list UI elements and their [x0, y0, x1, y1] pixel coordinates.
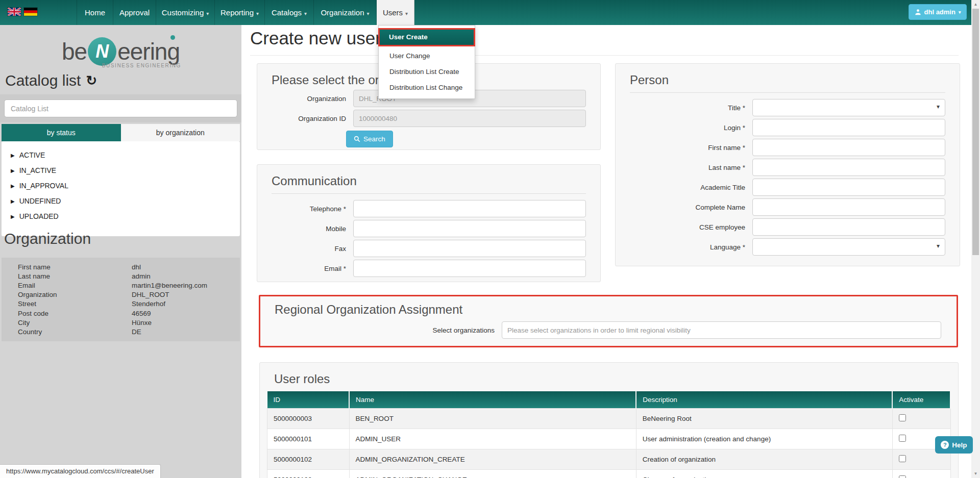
organization-id-label: Organization ID [272, 115, 353, 122]
status-item-in-approval[interactable]: ▶IN_APPROVAL [2, 178, 240, 193]
org-field-street: StreetStenderhof [2, 299, 240, 309]
nav-item-approval[interactable]: Approval [113, 0, 156, 25]
email-input[interactable] [353, 260, 586, 277]
language-switcher [8, 8, 37, 16]
german-flag-icon[interactable] [24, 8, 37, 16]
complete-name-label: Complete Name [630, 204, 752, 211]
triangle-right-icon: ▶ [11, 153, 15, 158]
role-description: Change of organization [636, 470, 892, 478]
nav-item-catalogs[interactable]: Catalogs▾ [265, 0, 314, 25]
tab-by-organization[interactable]: by organization [121, 124, 240, 141]
cse-employee-input[interactable] [752, 218, 945, 236]
chevron-down-icon: ▾ [304, 11, 307, 16]
regional-panel-title: Regional Organization Assignment [260, 296, 957, 317]
role-description: User administration (creation and change… [636, 429, 892, 449]
question-icon: ? [941, 441, 949, 449]
beneering-logo: be N eering BUSINESS ENGINEERING [0, 28, 241, 75]
main-content: Create new user Please select the organi… [241, 25, 971, 478]
tab-by-status[interactable]: by status [2, 124, 121, 141]
org-field-city: CityHünxe [2, 318, 240, 327]
column-header-id: ID [267, 391, 350, 409]
logo-circle: N [88, 37, 116, 66]
uk-flag-icon[interactable] [8, 8, 21, 16]
select-organizations-input[interactable] [502, 321, 941, 339]
column-header-name: Name [349, 391, 636, 409]
logo-text-left: be [62, 38, 87, 65]
complete-name-input[interactable] [752, 198, 945, 216]
catalog-status-list: ▶ACTIVE ▶IN_ACTIVE ▶IN_APPROVAL ▶UNDEFIN… [2, 141, 240, 236]
user-name-label: dhl admin [924, 8, 955, 16]
fax-input[interactable] [353, 240, 586, 257]
activate-checkbox[interactable] [899, 455, 906, 462]
nav-item-reporting[interactable]: Reporting▾ [215, 0, 265, 25]
search-icon [354, 136, 360, 142]
nav-item-organization[interactable]: Organization▾ [314, 0, 377, 25]
chevron-down-icon: ▾ [367, 11, 370, 16]
nav-item-customizing[interactable]: Customizing▾ [156, 0, 215, 25]
menu-item-distribution-list-create[interactable]: Distribution List Create [379, 64, 475, 80]
scroll-up-icon[interactable]: ▲ [971, 2, 980, 7]
role-id: 5000000103 [267, 470, 350, 478]
last-name-label: Last name * [630, 164, 752, 171]
logo-text-right: eering [117, 38, 180, 65]
title-select[interactable]: ▾ [752, 99, 945, 116]
org-field-first-name: First namedhl [2, 262, 240, 271]
organization-id-input [353, 110, 586, 127]
status-item-uploaded[interactable]: ▶UPLOADED [2, 209, 240, 224]
fax-label: Fax [272, 245, 353, 253]
nav-item-users[interactable]: Users▾ [377, 0, 414, 25]
panel-divider [272, 193, 586, 194]
vertical-scrollbar[interactable]: ▲ ▼ [971, 0, 980, 478]
activate-checkbox[interactable] [899, 475, 906, 478]
academic-title-input[interactable] [752, 179, 945, 196]
table-row: 5000000003 BEN_ROOT BeNeering Root [267, 409, 951, 429]
mobile-input[interactable] [353, 220, 586, 237]
telephone-input[interactable] [353, 200, 586, 217]
communication-panel-title: Communication [257, 165, 600, 188]
language-select[interactable]: ▾ [752, 238, 945, 256]
status-item-undefined[interactable]: ▶UNDEFINED [2, 193, 240, 209]
status-item-in-active[interactable]: ▶IN_ACTIVE [2, 163, 240, 178]
link-status-bar: https://www.mycatalogcloud.com/ccs/#/cre… [0, 464, 161, 478]
table-row: 5000000101 ADMIN_USER User administratio… [267, 429, 951, 449]
role-id: 5000000102 [267, 449, 350, 470]
login-input[interactable] [752, 119, 945, 136]
refresh-icon[interactable]: ↻ [86, 73, 97, 89]
role-description: Creation of organization [636, 449, 892, 470]
main-menu: Home Approval Customizing▾ Reporting▾ Ca… [77, 0, 414, 25]
help-button[interactable]: ? Help [935, 436, 973, 454]
menu-item-distribution-list-change[interactable]: Distribution List Change [379, 80, 475, 95]
email-label: Email * [272, 265, 353, 272]
panel-divider [630, 92, 945, 93]
last-name-input[interactable] [752, 159, 945, 176]
catalog-search-input[interactable] [4, 99, 237, 117]
chevron-down-icon: ▾ [937, 242, 940, 249]
org-field-country: CountryDE [2, 327, 240, 336]
scrollbar-thumb[interactable] [972, 9, 979, 255]
chevron-down-icon: ▾ [959, 10, 961, 15]
activate-checkbox[interactable] [899, 414, 906, 421]
page-title: Create new user [250, 28, 381, 48]
nav-item-home[interactable]: Home [77, 0, 113, 25]
org-field-email: Emailmartin1@beneering.com [2, 281, 240, 290]
telephone-label: Telephone * [272, 205, 353, 213]
user-account-button[interactable]: dhl admin ▾ [909, 4, 967, 20]
first-name-input[interactable] [752, 139, 945, 156]
table-row: 5000000102 ADMIN_ORGANIZATION_CREATE Cre… [267, 449, 951, 470]
search-button[interactable]: Search [346, 131, 393, 147]
user-roles-panel: User roles ID Name Description Activate … [259, 362, 959, 478]
menu-item-user-create[interactable]: User Create [378, 28, 475, 46]
role-name: BEN_ROOT [349, 409, 636, 429]
activate-checkbox[interactable] [899, 435, 906, 442]
top-navbar: Home Approval Customizing▾ Reporting▾ Ca… [0, 0, 971, 25]
organization-label: Organization [272, 95, 353, 103]
triangle-right-icon: ▶ [11, 168, 15, 173]
academic-title-label: Academic Title [630, 184, 752, 191]
role-name: ADMIN_ORGANIZATION_CREATE [349, 449, 636, 470]
column-header-activate: Activate [892, 391, 950, 409]
menu-item-user-change[interactable]: User Change [379, 48, 475, 64]
scroll-down-icon[interactable]: ▼ [971, 471, 980, 476]
chevron-down-icon: ▾ [937, 103, 940, 110]
status-item-active[interactable]: ▶ACTIVE [2, 147, 240, 163]
title-label: Title * [630, 104, 752, 112]
